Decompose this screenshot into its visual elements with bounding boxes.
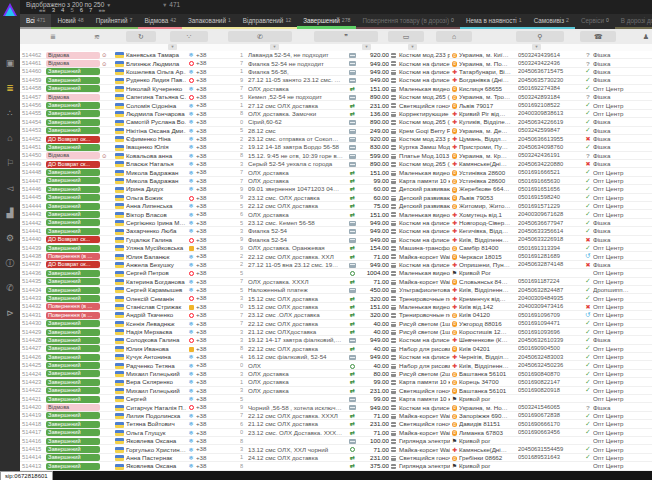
clients-icon[interactable]: ∴ [0,105,20,121]
status-badge[interactable]: Повернення (в ... [46,253,100,260]
phone-number[interactable]: +38 [196,437,240,444]
tab-Всі[interactable]: Всі471 [20,14,51,29]
comment-column-icon[interactable]: ❞ [314,31,378,42]
phone-number[interactable]: +38 [196,345,240,352]
address-column-icon[interactable]: ⚲ [516,31,564,42]
source-refresh-column-icon[interactable]: ↻ [126,31,156,42]
status-badge[interactable]: Завершений [46,329,100,336]
phone-number[interactable]: +38 [196,403,240,410]
phone-number[interactable]: +38 [196,168,240,175]
status-badge[interactable]: Завершений [46,119,100,126]
phone-number[interactable]: +38 [196,294,240,301]
table-row[interactable]: 514438Повернення (в ...Юлия Баланюк❄+382… [20,252,652,260]
table-row[interactable]: 514456ЗавершенийСоломія Сідоніна❄+38127.… [20,101,652,109]
filter-caret-icon[interactable]: ▼ [362,44,371,50]
table-row[interactable]: 514459ЗавершенийРуденко Лидия Пав…+38927… [20,76,652,84]
status-badge[interactable]: Відмова [46,404,100,411]
status-badge[interactable]: Повернення (в ... [46,303,100,310]
tab-Прийнятий[interactable]: Прийнятий7 [90,14,139,29]
table-row[interactable]: 514434ЗавершенийСергей Карамышев❄+385Нал… [20,286,652,294]
status-badge[interactable]: Повернення (в ... [46,312,100,319]
table-row[interactable]: 514441ЗавершенийЗахарченко Люба❄+383Фиал… [20,227,652,235]
status-badge[interactable]: Відмова [46,60,100,67]
phone-number[interactable]: +38 [196,227,240,234]
phone-number[interactable]: +38 [196,219,240,226]
reports-icon[interactable]: ▟ [0,205,20,221]
pagination-page-5[interactable]: 5 [67,7,76,14]
table-row[interactable]: 514431Повернення (в ...Андрій Ткаченко+3… [20,311,652,319]
pagination-page-3[interactable]: 3 [49,7,58,14]
status-badge[interactable]: Завершений [46,421,100,428]
phone-number[interactable]: +38 [196,236,240,243]
dashboard-icon[interactable]: ▣ [0,55,20,71]
table-row[interactable]: 514422ЗавершенийМихаил Гилецький❄+383ОЛХ… [20,387,652,395]
phone-number[interactable]: +38 [196,244,240,251]
phone-number[interactable]: +38 [196,311,240,318]
status-badge[interactable]: Завершений [46,245,100,252]
status-badge[interactable]: Завершений [46,387,100,394]
row-id-column-icon[interactable]: ≣ [46,31,60,42]
table-row[interactable]: 514457ВідмоваСапегина Татьяна С…+385Кеме… [20,93,652,101]
table-row[interactable]: 514461Відмова⊙Близнюк Людмила+387Фиалка … [20,59,652,67]
status-badge[interactable]: Завершений [46,169,100,176]
status-badge[interactable]: Завершений [46,177,100,184]
status-badge[interactable]: Завершений [46,345,100,352]
tab-Завершений[interactable]: Завершений278 [297,14,356,29]
status-badge[interactable]: Завершений [46,370,100,377]
table-row[interactable]: 514429ЗавершенийНадія Мерзаєва❄+38321.12… [20,328,652,336]
table-row[interactable]: 514428ЗавершенийСолодкова Галина+38319.1… [20,336,652,344]
price-tag-icon[interactable]: ⚐ [0,155,20,171]
tab-Відмова[interactable]: Відмова42 [138,14,182,29]
status-badge[interactable]: Завершений [46,144,100,151]
phone-number[interactable]: +38 [196,353,240,360]
status-badge[interactable]: Завершений [46,203,100,210]
phone-number[interactable]: +38 [196,160,240,167]
status-badge[interactable]: Відмова [46,94,100,101]
table-row[interactable]: 514443ЗавершенийВіктор Власов❄+386ОЛХ до… [20,210,652,218]
table-row[interactable]: 514447ЗавершенийМикола Бадражан❄+387ОЛХ … [20,177,652,185]
client-column-icon[interactable]: ∵ [170,31,208,42]
phone-number[interactable]: +38 [196,462,240,469]
table-row[interactable]: 514420ВідмоваСитарчук Наталія П…+389Чорн… [20,403,652,411]
table-row[interactable]: 514453ЗавершенийНікітіна Оксана Дми…❄+38… [20,127,652,135]
status-badge[interactable]: Завершений [46,438,100,445]
phone-number[interactable]: +38 [196,445,240,452]
status-badge[interactable]: Завершений [46,127,100,134]
table-row[interactable]: 514433ЗавершенийОлексій Семанін+38315.12… [20,294,652,302]
tab-В дорозі додому[interactable]: В дорозі додому0 [615,14,652,29]
table-row[interactable]: 514442ЗавершенийСергіюнко Ірина М…❄+3852… [20,219,652,227]
table-row[interactable]: 514450Відмова⊙Ковальова анна❄+38815.12. … [20,152,652,160]
status-badge[interactable]: Відмова [46,52,100,59]
table-row[interactable]: 514413ЗавершенийЯковлева Оксана❄+388⇄375… [20,462,652,470]
table-row[interactable]: 514452ДО Возврат ок...Єфименко Ніна❄+382… [20,135,652,143]
status-badge[interactable]: ДО Возврат ск... [46,161,100,168]
phone-number[interactable]: +38 [196,85,240,92]
phone-number[interactable]: +38 [196,412,240,419]
phone-number[interactable]: +38 [196,210,240,217]
orders-icon[interactable]: ≣ [0,80,20,96]
status-badge[interactable]: Завершений [46,429,100,436]
table-row[interactable]: 514415ЗавершенийГоргулько Христин…❄+3831… [20,445,652,453]
phone-number[interactable]: +38 [196,59,240,66]
status-badge[interactable]: Завершений [46,379,100,386]
phone-number[interactable]: +38 [196,303,240,310]
phone-number[interactable]: +38 [196,269,240,276]
filter-caret-icon[interactable]: ▼ [168,44,177,50]
tab-Відправлений[interactable]: Відправлений12 [237,14,297,29]
campaigns-icon[interactable]: ◅ [0,180,20,196]
phone-number[interactable]: +38 [196,135,240,142]
status-badge[interactable]: Завершений [46,396,100,403]
app-logo-icon[interactable] [3,3,17,16]
status-badge[interactable]: Завершений [46,194,100,201]
table-row[interactable]: 514436ЗавершенийСергей Петров+3851004.00… [20,269,652,277]
status-badge[interactable]: Завершений [46,412,100,419]
table-row[interactable]: 514455ЗавершенийЛюдмила Гончарова❄+388ОЛ… [20,110,652,118]
table-row[interactable]: 514427ЗавершенийЮлия Иванова+38822.12 см… [20,345,652,353]
status-badge[interactable]: Завершений [46,287,100,294]
filter-caret-icon[interactable]: ▼ [532,44,541,50]
table-row[interactable]: 514449ДО Возврат ск...Власюк Наталья❄+38… [20,160,652,168]
tab-Запакований[interactable]: Запакований1 [182,14,237,29]
table-row[interactable]: 514419ЗавершенийЛилия Подолинска❄+38722.… [20,412,652,420]
table-row[interactable]: 514414ЗавершенийАнна Пастернак❄+38124.12… [20,454,652,462]
table-row[interactable]: 514454ЗавершенийСамотій Руслана Во…❄+380… [20,118,652,126]
